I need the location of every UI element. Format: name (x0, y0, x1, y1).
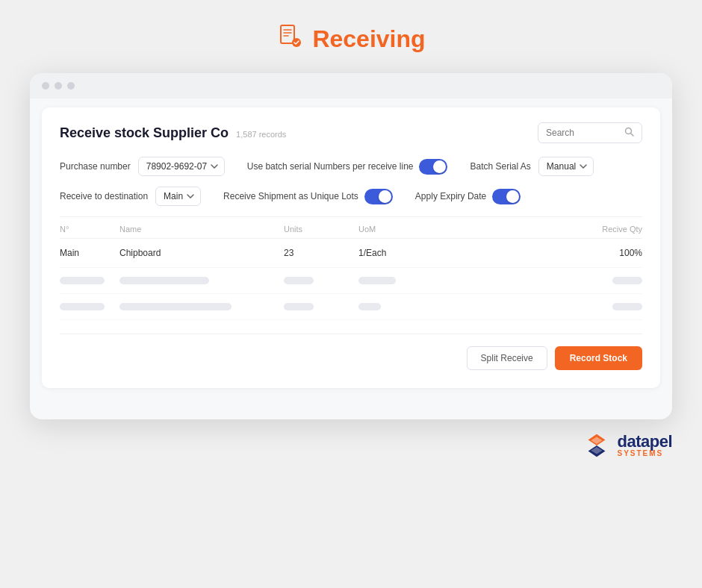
skeleton-bar (358, 277, 396, 284)
destination-group: Receive to destination Main (60, 187, 201, 206)
col-header-uom: UoM (358, 225, 433, 234)
skeleton-bar (60, 277, 105, 284)
destination-select[interactable]: Main (155, 187, 201, 206)
record-stock-button[interactable]: Record Stock (555, 346, 642, 370)
skeleton-bar (358, 303, 381, 310)
heading-group: Receive stock Supplier Co 1,587 records (60, 125, 286, 141)
col-header-no: N° (60, 225, 119, 234)
skeleton-bar (119, 277, 209, 284)
purchase-number-label: Purchase number (60, 161, 131, 172)
unique-lots-knob (379, 190, 391, 203)
action-bar: Split Receive Record Stock (60, 346, 642, 370)
record-count: 1,587 records (236, 130, 286, 139)
table-header: N° Name Units UoM Recive Qty (60, 217, 642, 239)
destination-label: Receive to destination (60, 191, 148, 201)
page-title: Receiving (312, 25, 425, 53)
cell-name: Chipboard (119, 248, 284, 258)
brand-logo: datapel SYSTEMS (583, 431, 672, 460)
search-box[interactable] (538, 122, 642, 143)
purchase-number-group: Purchase number 78902-9692-07 (60, 157, 225, 176)
brand-name: datapel (617, 434, 672, 450)
batch-serial-group: Use batch serial Numbers per receive lin… (247, 159, 448, 175)
batch-serial-as-select[interactable]: Manual (538, 157, 594, 176)
col-header-units: Units (284, 225, 358, 234)
skeleton-bar (119, 303, 232, 310)
receiving-icon (276, 22, 303, 55)
brand-text: datapel SYSTEMS (617, 434, 672, 457)
cell-units: 23 (284, 248, 358, 258)
browser-dot-2 (55, 82, 62, 90)
skeleton-row-1 (60, 268, 642, 294)
batch-serial-label: Use batch serial Numbers per receive lin… (247, 161, 414, 172)
datapel-logo-icon (583, 431, 611, 460)
batch-serial-as-label: Batch Serial As (470, 161, 530, 172)
skeleton-bar (612, 303, 642, 310)
brand-tagline: SYSTEMS (617, 450, 672, 457)
browser-dot-1 (42, 82, 49, 90)
apply-expiry-label: Apply Expiry Date (415, 191, 486, 201)
apply-expiry-toggle[interactable] (492, 189, 521, 204)
apply-expiry-group: Apply Expiry Date (415, 189, 521, 204)
page-header: Receiving (276, 22, 425, 55)
split-receive-button[interactable]: Split Receive (467, 346, 547, 370)
purchase-number-select[interactable]: 78902-9692-07 (138, 157, 225, 176)
unique-lots-label: Receive Shipment as Unique Lots (223, 191, 358, 201)
cell-qty: 100% (433, 248, 642, 258)
unique-lots-group: Receive Shipment as Unique Lots (223, 189, 393, 204)
batch-serial-as-group: Batch Serial As Manual (470, 157, 593, 176)
cell-no: Main (60, 248, 119, 258)
skeleton-row-2 (60, 294, 642, 320)
browser-content: Receive stock Supplier Co 1,587 records … (42, 107, 660, 388)
footer-brand: datapel SYSTEMS (30, 431, 672, 460)
svg-rect-0 (281, 25, 294, 43)
col-header-name: Name (119, 225, 284, 234)
col-header-qty: Recive Qty (433, 225, 642, 234)
browser-dot-3 (67, 82, 75, 90)
top-bar: Receive stock Supplier Co 1,587 records (60, 122, 642, 143)
browser-bar (30, 73, 672, 98)
skeleton-bar (284, 277, 314, 284)
form-title: Receive stock Supplier Co (60, 125, 229, 141)
form-row-1: Purchase number 78902-9692-07 Use batch … (60, 157, 642, 176)
action-divider (60, 334, 642, 334)
batch-serial-knob (433, 160, 446, 173)
form-row-2: Receive to destination Main Receive Ship… (60, 187, 642, 206)
cell-uom: 1/Each (358, 248, 433, 258)
skeleton-bar (284, 303, 314, 310)
apply-expiry-knob (506, 190, 519, 203)
table-row: Main Chipboard 23 1/Each 100% (60, 239, 642, 268)
unique-lots-toggle[interactable] (364, 189, 393, 204)
skeleton-bar (612, 277, 642, 284)
skeleton-bar (60, 303, 105, 310)
search-icon (624, 127, 634, 139)
search-input[interactable] (546, 128, 620, 138)
browser-window: Receive stock Supplier Co 1,587 records … (30, 73, 672, 419)
svg-line-3 (631, 134, 634, 137)
batch-serial-toggle[interactable] (419, 159, 447, 175)
